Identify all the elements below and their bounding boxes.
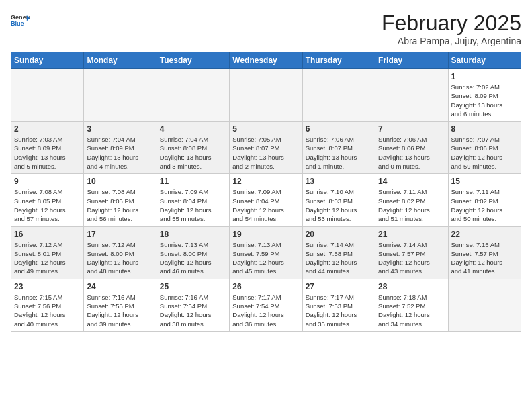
calendar-cell: 24Sunrise: 7:16 AM Sunset: 7:55 PM Dayli… xyxy=(84,279,157,331)
weekday-header-wednesday: Wednesday xyxy=(230,52,302,69)
title-section: February 2025 Abra Pampa, Jujuy, Argenti… xyxy=(382,11,521,46)
calendar-cell xyxy=(375,69,448,122)
calendar-cell xyxy=(157,69,229,122)
calendar-cell xyxy=(448,279,521,331)
day-info: Sunrise: 7:11 AM Sunset: 8:02 PM Dayligh… xyxy=(451,187,518,223)
day-number: 5 xyxy=(232,124,299,134)
day-number: 22 xyxy=(451,230,518,239)
day-info: Sunrise: 7:07 AM Sunset: 8:06 PM Dayligh… xyxy=(451,135,518,171)
weekday-header-friday: Friday xyxy=(375,52,448,69)
day-info: Sunrise: 7:11 AM Sunset: 8:02 PM Dayligh… xyxy=(378,187,445,223)
calendar-cell: 5Sunrise: 7:05 AM Sunset: 8:07 PM Daylig… xyxy=(230,122,302,174)
day-info: Sunrise: 7:15 AM Sunset: 7:56 PM Dayligh… xyxy=(14,293,81,328)
day-number: 16 xyxy=(14,230,81,239)
calendar-cell xyxy=(84,69,157,122)
week-row-5: 23Sunrise: 7:15 AM Sunset: 7:56 PM Dayli… xyxy=(11,279,521,331)
week-row-1: 1Sunrise: 7:02 AM Sunset: 8:09 PM Daylig… xyxy=(11,69,521,122)
day-number: 11 xyxy=(160,177,226,186)
calendar-subtitle: Abra Pampa, Jujuy, Argentina xyxy=(382,36,521,46)
day-number: 14 xyxy=(378,177,445,186)
day-info: Sunrise: 7:08 AM Sunset: 8:05 PM Dayligh… xyxy=(14,187,81,223)
day-info: Sunrise: 7:10 AM Sunset: 8:03 PM Dayligh… xyxy=(306,187,372,223)
calendar-cell: 7Sunrise: 7:06 AM Sunset: 8:06 PM Daylig… xyxy=(375,122,448,174)
day-number: 27 xyxy=(306,282,372,291)
day-number: 8 xyxy=(451,124,518,134)
day-info: Sunrise: 7:13 AM Sunset: 8:00 PM Dayligh… xyxy=(160,240,226,276)
day-number: 19 xyxy=(232,230,299,239)
calendar-cell: 10Sunrise: 7:08 AM Sunset: 8:05 PM Dayli… xyxy=(84,174,157,226)
day-number: 13 xyxy=(306,177,372,186)
calendar-cell: 6Sunrise: 7:06 AM Sunset: 8:07 PM Daylig… xyxy=(302,122,375,174)
day-info: Sunrise: 7:02 AM Sunset: 8:09 PM Dayligh… xyxy=(451,83,518,118)
calendar-cell: 23Sunrise: 7:15 AM Sunset: 7:56 PM Dayli… xyxy=(11,279,84,331)
day-info: Sunrise: 7:06 AM Sunset: 8:06 PM Dayligh… xyxy=(378,135,445,171)
day-number: 25 xyxy=(160,282,226,291)
calendar-table: SundayMondayTuesdayWednesdayThursdayFrid… xyxy=(11,52,521,332)
day-info: Sunrise: 7:17 AM Sunset: 7:53 PM Dayligh… xyxy=(306,293,372,328)
page-header: General Blue February 2025 Abra Pampa, J… xyxy=(11,11,521,46)
weekday-header-saturday: Saturday xyxy=(448,52,521,69)
calendar-cell: 11Sunrise: 7:09 AM Sunset: 8:04 PM Dayli… xyxy=(157,174,229,226)
day-number: 6 xyxy=(306,124,372,134)
calendar-cell: 12Sunrise: 7:09 AM Sunset: 8:04 PM Dayli… xyxy=(230,174,302,226)
day-info: Sunrise: 7:04 AM Sunset: 8:09 PM Dayligh… xyxy=(87,135,153,171)
week-row-3: 9Sunrise: 7:08 AM Sunset: 8:05 PM Daylig… xyxy=(11,174,521,226)
day-number: 2 xyxy=(14,124,81,134)
day-info: Sunrise: 7:09 AM Sunset: 8:04 PM Dayligh… xyxy=(232,187,299,223)
day-info: Sunrise: 7:16 AM Sunset: 7:54 PM Dayligh… xyxy=(160,293,226,328)
calendar-cell: 25Sunrise: 7:16 AM Sunset: 7:54 PM Dayli… xyxy=(157,279,229,331)
calendar-cell: 3Sunrise: 7:04 AM Sunset: 8:09 PM Daylig… xyxy=(84,122,157,174)
week-row-4: 16Sunrise: 7:12 AM Sunset: 8:01 PM Dayli… xyxy=(11,226,521,279)
calendar-cell: 2Sunrise: 7:03 AM Sunset: 8:09 PM Daylig… xyxy=(11,122,84,174)
calendar-cell xyxy=(230,69,302,122)
week-row-2: 2Sunrise: 7:03 AM Sunset: 8:09 PM Daylig… xyxy=(11,122,521,174)
calendar-cell xyxy=(302,69,375,122)
day-info: Sunrise: 7:09 AM Sunset: 8:04 PM Dayligh… xyxy=(160,187,226,223)
day-info: Sunrise: 7:16 AM Sunset: 7:55 PM Dayligh… xyxy=(87,293,153,328)
day-info: Sunrise: 7:17 AM Sunset: 7:54 PM Dayligh… xyxy=(232,293,299,328)
day-number: 10 xyxy=(87,177,153,186)
day-info: Sunrise: 7:12 AM Sunset: 8:01 PM Dayligh… xyxy=(14,240,81,276)
calendar-cell: 20Sunrise: 7:14 AM Sunset: 7:58 PM Dayli… xyxy=(302,226,375,279)
weekday-header-tuesday: Tuesday xyxy=(157,52,229,69)
calendar-cell: 17Sunrise: 7:12 AM Sunset: 8:00 PM Dayli… xyxy=(84,226,157,279)
day-number: 23 xyxy=(14,282,81,291)
weekday-header-monday: Monday xyxy=(84,52,157,69)
day-info: Sunrise: 7:04 AM Sunset: 8:08 PM Dayligh… xyxy=(160,135,226,171)
day-info: Sunrise: 7:12 AM Sunset: 8:00 PM Dayligh… xyxy=(87,240,153,276)
day-info: Sunrise: 7:05 AM Sunset: 8:07 PM Dayligh… xyxy=(232,135,299,171)
calendar-cell: 18Sunrise: 7:13 AM Sunset: 8:00 PM Dayli… xyxy=(157,226,229,279)
day-number: 24 xyxy=(87,282,153,291)
calendar-cell: 13Sunrise: 7:10 AM Sunset: 8:03 PM Dayli… xyxy=(302,174,375,226)
day-number: 12 xyxy=(232,177,299,186)
day-info: Sunrise: 7:15 AM Sunset: 7:57 PM Dayligh… xyxy=(451,240,518,276)
weekday-header-row: SundayMondayTuesdayWednesdayThursdayFrid… xyxy=(11,52,521,69)
weekday-header-sunday: Sunday xyxy=(11,52,84,69)
day-number: 3 xyxy=(87,124,153,134)
day-info: Sunrise: 7:08 AM Sunset: 8:05 PM Dayligh… xyxy=(87,187,153,223)
calendar-cell: 22Sunrise: 7:15 AM Sunset: 7:57 PM Dayli… xyxy=(448,226,521,279)
day-info: Sunrise: 7:06 AM Sunset: 8:07 PM Dayligh… xyxy=(306,135,372,171)
day-number: 1 xyxy=(451,72,518,81)
day-number: 9 xyxy=(14,177,81,186)
calendar-cell: 8Sunrise: 7:07 AM Sunset: 8:06 PM Daylig… xyxy=(448,122,521,174)
calendar-cell: 4Sunrise: 7:04 AM Sunset: 8:08 PM Daylig… xyxy=(157,122,229,174)
day-info: Sunrise: 7:14 AM Sunset: 7:58 PM Dayligh… xyxy=(306,240,372,276)
logo: General Blue xyxy=(11,11,30,30)
svg-text:Blue: Blue xyxy=(11,20,24,27)
logo-icon: General Blue xyxy=(11,11,30,30)
calendar-cell: 1Sunrise: 7:02 AM Sunset: 8:09 PM Daylig… xyxy=(448,69,521,122)
day-number: 21 xyxy=(378,230,445,239)
day-number: 4 xyxy=(160,124,226,134)
day-number: 28 xyxy=(378,282,445,291)
day-info: Sunrise: 7:03 AM Sunset: 8:09 PM Dayligh… xyxy=(14,135,81,171)
calendar-cell: 27Sunrise: 7:17 AM Sunset: 7:53 PM Dayli… xyxy=(302,279,375,331)
day-info: Sunrise: 7:14 AM Sunset: 7:57 PM Dayligh… xyxy=(378,240,445,276)
day-number: 15 xyxy=(451,177,518,186)
day-number: 17 xyxy=(87,230,153,239)
calendar-cell: 16Sunrise: 7:12 AM Sunset: 8:01 PM Dayli… xyxy=(11,226,84,279)
calendar-cell: 28Sunrise: 7:18 AM Sunset: 7:52 PM Dayli… xyxy=(375,279,448,331)
day-info: Sunrise: 7:18 AM Sunset: 7:52 PM Dayligh… xyxy=(378,293,445,328)
calendar-cell xyxy=(11,69,84,122)
day-number: 20 xyxy=(306,230,372,239)
